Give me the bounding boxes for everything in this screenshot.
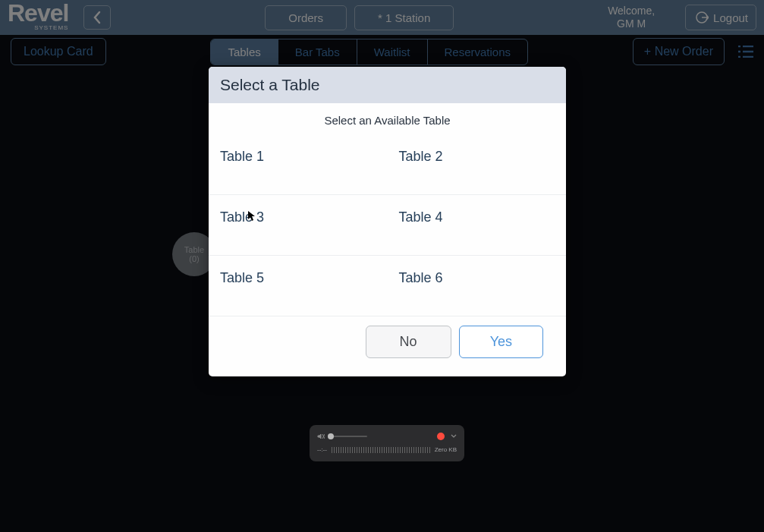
- modal-header: Select a Table: [209, 67, 566, 103]
- modal-title: Select a Table: [220, 76, 555, 94]
- table-option-5[interactable]: Table 5: [209, 256, 388, 316]
- audio-waveform: [332, 447, 430, 453]
- modal-footer: No Yes: [209, 316, 566, 376]
- screen-recorder-widget[interactable]: --:-- Zero KB: [310, 425, 464, 461]
- recorder-time: --:--: [317, 446, 327, 453]
- table-option-4[interactable]: Table 4: [388, 195, 567, 256]
- select-table-modal: Select a Table Select an Available Table…: [209, 67, 566, 376]
- table-option-1[interactable]: Table 1: [209, 134, 388, 195]
- table-option-6[interactable]: Table 6: [388, 256, 567, 316]
- recorder-bottom: --:-- Zero KB: [317, 446, 457, 453]
- recorder-top: [317, 430, 457, 443]
- yes-button[interactable]: Yes: [459, 326, 543, 358]
- chevron-down-icon[interactable]: [451, 433, 457, 439]
- volume-slider[interactable]: [329, 436, 367, 437]
- no-button[interactable]: No: [366, 326, 451, 358]
- table-option-2[interactable]: Table 2: [388, 134, 567, 195]
- table-option-3[interactable]: Table 3: [209, 195, 388, 256]
- recorder-size: Zero KB: [435, 446, 457, 453]
- record-dot-icon[interactable]: [437, 433, 445, 440]
- modal-subtitle: Select an Available Table: [209, 103, 566, 134]
- mute-icon: [317, 433, 325, 440]
- table-grid: Table 1 Table 2 Table 3 Table 4 Table 5 …: [209, 134, 566, 316]
- mouse-cursor-icon: [248, 211, 256, 222]
